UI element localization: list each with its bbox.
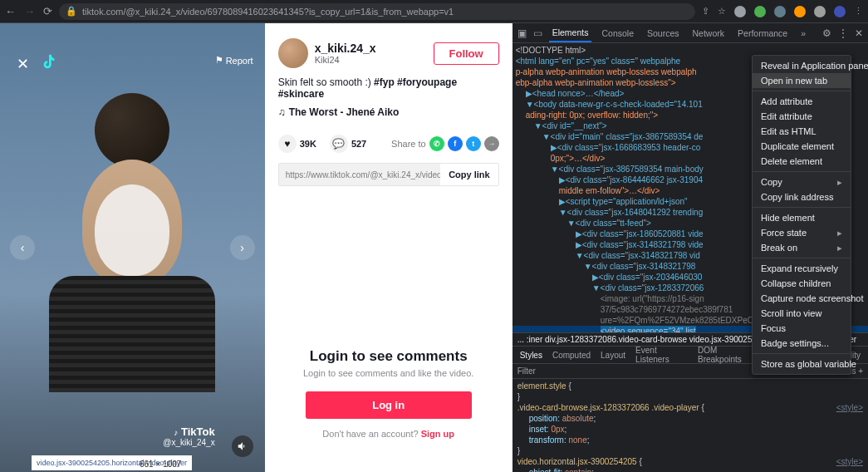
style-tab[interactable]: Event Listeners [631, 344, 692, 366]
ctx-menu-item[interactable]: Force state▸ [753, 225, 851, 240]
ctx-menu-item[interactable]: Break on▸ [753, 240, 851, 255]
share-label: Share to [391, 139, 426, 149]
share-whatsapp-icon[interactable]: ✆ [429, 136, 444, 151]
devtools-panel: ▣ ▭ Elements Console Sources Network Per… [512, 23, 868, 472]
chrome-toolbar: ← → ⟳ 🔒 tiktok.com/@x_kiki.24_x/video/69… [0, 0, 868, 23]
add-rule-icon[interactable]: + [858, 366, 863, 376]
ext-icon[interactable] [734, 6, 746, 17]
tab-elements[interactable]: Elements [549, 24, 592, 42]
styles-filter[interactable]: Filter [517, 366, 536, 376]
flag-icon: ⚑ [215, 55, 223, 66]
close-icon[interactable]: ✕ [855, 27, 863, 39]
music-link[interactable]: ♫ The Worst - Jhené Aiko [278, 106, 499, 118]
url-text: tiktok.com/@x_kiki.24_x/video/6978089416… [82, 7, 454, 17]
url-bar[interactable]: 🔒 tiktok.com/@x_kiki.24_x/video/69780894… [59, 3, 695, 20]
star-icon[interactable]: ☆ [718, 6, 726, 17]
gear-icon[interactable]: ⚙ [822, 27, 831, 39]
element-dimensions: 661 × 1007 [140, 460, 181, 469]
ctx-menu-item[interactable]: Open in new tab [753, 73, 851, 88]
extensions: ⇪ ☆ ⋮ [702, 6, 863, 17]
inspect-icon[interactable]: ▣ [517, 27, 527, 39]
ctx-menu-item[interactable]: Badge settings... [753, 336, 851, 351]
music-icon: ♫ [278, 106, 286, 118]
ctx-menu-item[interactable]: Edit as HTML [753, 124, 851, 139]
back-icon[interactable]: ← [5, 5, 16, 17]
avatar-icon[interactable] [834, 6, 846, 17]
ext-icon[interactable] [814, 6, 826, 17]
tab-performance[interactable]: Performance [734, 25, 791, 42]
ctx-menu-item[interactable]: Add attribute [753, 94, 851, 109]
forward-icon[interactable]: → [24, 5, 35, 17]
ctx-menu-item[interactable]: Expand recursively [753, 261, 851, 276]
follow-button[interactable]: Follow [434, 42, 499, 65]
tab-console[interactable]: Console [598, 25, 637, 42]
video-caption: Skin felt so smooth :) #fyp #foryoupage … [278, 76, 499, 100]
ctx-menu-item[interactable]: Copy link address [753, 189, 851, 204]
mute-button[interactable] [232, 435, 253, 457]
ext-icon[interactable] [794, 6, 806, 17]
share-url-field[interactable]: https://www.tiktok.com/@x_kiki.24_x/vide… [279, 164, 440, 185]
devtools-tabs: ▣ ▭ Elements Console Sources Network Per… [512, 23, 868, 43]
signup-link[interactable]: Sign up [421, 429, 454, 439]
login-button[interactable]: Log in [306, 391, 472, 419]
share-icon[interactable]: ⇪ [702, 6, 709, 17]
ctx-menu-item[interactable]: Store as global variable [753, 356, 851, 371]
style-tab[interactable]: Computed [548, 349, 595, 361]
kebab-icon[interactable]: ⋮ [854, 6, 863, 17]
style-tab[interactable]: Styles [516, 349, 547, 361]
ctx-menu-item[interactable]: Delete element [753, 154, 851, 169]
styles-pane[interactable]: element.style { } .video-card-browse.jsx… [512, 379, 868, 472]
reload-icon[interactable]: ⟳ [43, 5, 52, 17]
context-menu: Reveal in Application panelOpen in new t… [752, 55, 851, 375]
comment-count: 527 [351, 139, 366, 149]
author-nickname: Kiki24 [315, 55, 427, 65]
prev-video-button[interactable]: ‹ [10, 235, 35, 260]
tab-network[interactable]: Network [689, 25, 728, 42]
ctx-menu-item[interactable]: Reveal in Application panel [753, 58, 851, 73]
like-count: 39K [300, 139, 316, 149]
login-subtitle: Login to see comments and like the video… [278, 368, 499, 378]
comment-button[interactable]: 💬 [330, 135, 348, 153]
device-toggle-icon[interactable]: ▭ [533, 27, 542, 39]
share-more-icon[interactable]: → [484, 136, 499, 151]
tiktok-watermark: ♪ TikTok @x_kiki_24_x [163, 425, 214, 447]
tab-more[interactable]: » [797, 25, 809, 42]
style-tab[interactable]: Layout [596, 349, 630, 361]
share-facebook-icon[interactable]: f [448, 136, 463, 151]
ctx-menu-item[interactable]: Capture node screenshot [753, 291, 851, 306]
report-label: Report [226, 56, 253, 66]
video-content[interactable] [0, 23, 265, 472]
avatar[interactable] [278, 38, 308, 68]
kebab-icon[interactable]: ⋮ [838, 27, 848, 39]
copy-link-button[interactable]: Copy link [440, 164, 498, 185]
next-video-button[interactable]: › [230, 235, 255, 260]
author-username[interactable]: x_kiki.24_x [315, 42, 427, 55]
hashtag[interactable]: #skincare [278, 88, 324, 100]
ctx-menu-item[interactable]: Hide element [753, 210, 851, 225]
ctx-menu-item[interactable]: Edit attribute [753, 109, 851, 124]
tiktok-logo-icon[interactable] [40, 53, 60, 73]
ext-icon[interactable] [754, 6, 766, 17]
video-player-panel: ✕ ⚑ Report ‹ › ♪ TikTok @x_kiki_24_x vid… [0, 23, 265, 472]
like-button[interactable]: ♥ [278, 135, 297, 153]
share-twitter-icon[interactable]: t [466, 136, 481, 151]
ext-icon[interactable] [774, 6, 786, 17]
ctx-menu-item[interactable]: Focus [753, 321, 851, 336]
ctx-menu-item[interactable]: Collapse children [753, 276, 851, 291]
lock-icon: 🔒 [66, 6, 77, 17]
ctx-menu-item[interactable]: Scroll into view [753, 306, 851, 321]
tab-sources[interactable]: Sources [644, 25, 683, 42]
hashtag[interactable]: #fyp [374, 76, 395, 88]
ctx-menu-item[interactable]: Copy▸ [753, 175, 851, 189]
hashtag[interactable]: #foryoupage [397, 76, 457, 88]
ctx-menu-item[interactable]: Duplicate element [753, 139, 851, 154]
close-button[interactable]: ✕ [12, 53, 33, 75]
report-button[interactable]: ⚑ Report [215, 55, 253, 66]
login-title: Login to see comments [278, 348, 499, 365]
video-details-panel: x_kiki.24_x Kiki24 Follow Skin felt so s… [265, 23, 512, 472]
